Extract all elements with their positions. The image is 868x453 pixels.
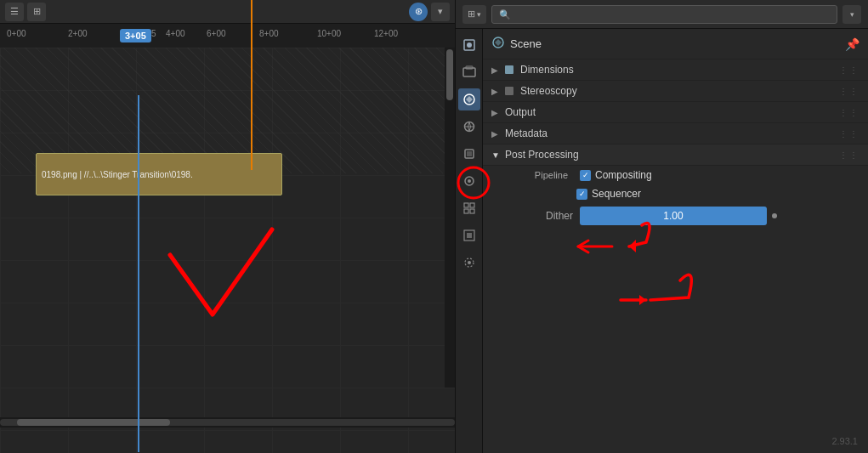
svg-rect-8 <box>467 151 472 156</box>
clip-strip[interactable]: 0198.png | //..\..\Stinger Transition\01… <box>36 153 282 195</box>
ruler-label-3: 4+00 <box>166 29 185 38</box>
dither-value: 1.00 <box>663 210 683 222</box>
stereoscopy-arrow: ▶ <box>491 87 500 96</box>
v-scrollbar[interactable] <box>445 48 455 388</box>
frame-indicator: 3+05 <box>120 29 151 42</box>
scrollbar-thumb[interactable] <box>17 419 170 426</box>
sidebar-icon-object[interactable] <box>458 143 480 165</box>
sidebar-icon-output[interactable] <box>458 61 480 83</box>
sidebar-icon-constraints[interactable] <box>458 224 480 246</box>
section-post-processing[interactable]: ▼ Post Processing ⋮⋮ <box>483 144 868 166</box>
output-label: Output <box>505 106 536 118</box>
ruler-label-0: 0+00 <box>7 29 26 38</box>
compositing-label: Compositing <box>595 169 652 181</box>
dither-dot[interactable] <box>772 213 777 218</box>
dither-input[interactable]: 1.00 <box>580 207 767 225</box>
svg-point-18 <box>468 261 471 264</box>
post-processing-arrow: ▼ <box>491 150 500 160</box>
section-output[interactable]: ▶ Output ⋮⋮ <box>483 102 868 123</box>
topbar-menu-button[interactable]: ⊞ ▾ <box>462 5 486 24</box>
sequencer-checkbox-item[interactable]: ✓ Sequencer <box>576 188 641 200</box>
sidebar-icon-data[interactable] <box>458 252 480 274</box>
timeline-view-icon[interactable]: ⊞ <box>27 3 46 21</box>
sequencer-row: ✓ Sequencer <box>483 184 868 203</box>
svg-rect-13 <box>464 209 468 213</box>
pipeline-row: Pipeline ✓ Compositing <box>483 166 868 184</box>
dither-label: Dither <box>508 210 573 222</box>
ruler-label-6: 10+00 <box>317 29 341 38</box>
output-dots: ⋮⋮ <box>839 108 859 117</box>
post-processing-dots: ⋮⋮ <box>839 150 859 160</box>
scene-header-icon <box>491 36 505 52</box>
compositing-checkbox-item[interactable]: ✓ Compositing <box>580 169 652 181</box>
timeline-menu-icon[interactable]: ☰ <box>5 3 24 21</box>
stereoscopy-dot <box>505 87 513 95</box>
orange-playhead-top <box>251 0 252 170</box>
svg-point-10 <box>468 179 471 183</box>
ruler-label-4: 6+00 <box>207 29 226 38</box>
pipeline-label: Pipeline <box>508 170 568 180</box>
sidebar-icon-render[interactable] <box>458 34 480 56</box>
timeline-content[interactable]: 0198.png | //..\..\Stinger Transition\01… <box>0 48 455 453</box>
properties-content: Scene 📌 ▶ Dimensions ⋮⋮ ▶ Stereoscopy ⋮⋮… <box>483 29 868 453</box>
ruler-label-1: 2+00 <box>68 29 88 38</box>
metadata-label: Metadata <box>505 127 547 139</box>
props-title: Scene <box>510 37 542 50</box>
right-sidebar <box>456 29 483 453</box>
timeline-snap-icon[interactable]: ⊛ <box>409 3 428 21</box>
dimensions-arrow: ▶ <box>491 65 500 75</box>
section-dimensions[interactable]: ▶ Dimensions ⋮⋮ <box>483 59 868 81</box>
metadata-dots: ⋮⋮ <box>839 129 859 139</box>
section-metadata[interactable]: ▶ Metadata ⋮⋮ <box>483 123 868 144</box>
ruler-label-5: 8+00 <box>259 29 279 38</box>
dimensions-dots: ⋮⋮ <box>839 65 859 75</box>
props-header: Scene 📌 <box>483 29 868 59</box>
sidebar-icon-scene[interactable] <box>458 88 480 110</box>
compositing-checkbox[interactable]: ✓ <box>580 170 591 181</box>
search-input[interactable] <box>491 5 837 24</box>
section-stereoscopy[interactable]: ▶ Stereoscopy ⋮⋮ <box>483 81 868 102</box>
post-processing-label: Post Processing <box>505 149 579 161</box>
svg-rect-14 <box>470 209 474 213</box>
metadata-arrow: ▶ <box>491 129 500 139</box>
timeline-options-icon[interactable]: ▾ <box>431 3 450 21</box>
svg-point-1 <box>467 42 472 48</box>
sidebar-icon-world[interactable] <box>458 116 480 138</box>
topbar-options-button[interactable]: ▾ <box>842 5 861 24</box>
svg-rect-16 <box>467 233 472 238</box>
timeline-topbar: ☰ ⊞ ⊛ ▾ <box>0 0 455 24</box>
pin-icon[interactable]: 📌 <box>845 37 859 51</box>
svg-rect-11 <box>464 203 468 207</box>
playhead-line <box>138 95 139 452</box>
output-arrow: ▶ <box>491 108 500 117</box>
dimensions-dot <box>505 65 513 74</box>
timeline-scrollbar[interactable] <box>0 417 455 428</box>
version-label: 2.93.1 <box>831 436 858 446</box>
timeline-ruler: 0+00 2+00 3+05 4+00 6+00 8+00 10+00 12+0… <box>0 24 455 48</box>
dimensions-label: Dimensions <box>520 64 574 76</box>
scrollbar-track <box>0 419 455 426</box>
sidebar-icon-particles[interactable] <box>458 197 480 219</box>
ruler-label-7: 12+00 <box>374 29 398 38</box>
sidebar-icon-circle[interactable] <box>458 170 480 192</box>
dither-row: Dither 1.00 <box>483 203 868 229</box>
v-scroll-thumb[interactable] <box>446 49 453 100</box>
stereoscopy-dots: ⋮⋮ <box>839 87 859 96</box>
svg-rect-12 <box>470 203 474 207</box>
timeline-panel: ☰ ⊞ ⊛ ▾ 0+00 2+00 3+05 4+00 6+00 8+00 10… <box>0 0 455 453</box>
clip-label: 0198.png | //..\..\Stinger Transition\01… <box>42 170 193 179</box>
sequencer-checkbox[interactable]: ✓ <box>576 189 587 200</box>
right-topbar: ⊞ ▾ ▾ <box>456 0 868 29</box>
stereoscopy-label: Stereoscopy <box>520 85 577 97</box>
sequencer-label: Sequencer <box>592 188 641 200</box>
